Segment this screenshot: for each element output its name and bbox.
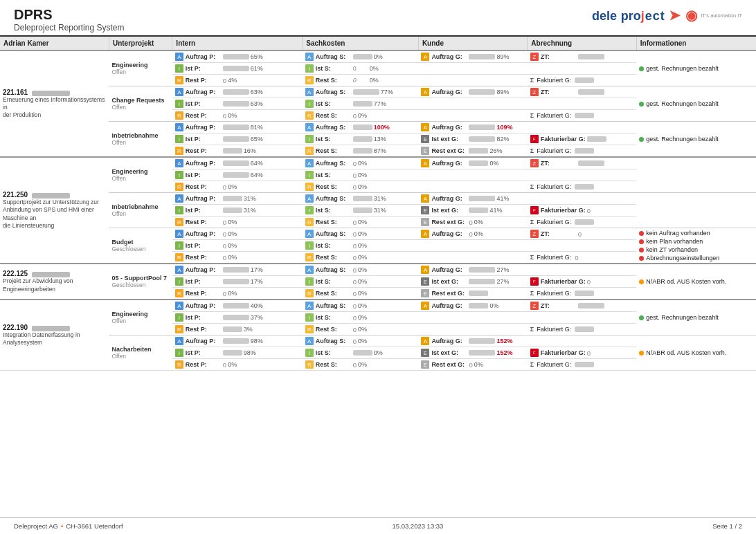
footer-company: Deleproject AG • CH-3661 Uetendorf	[14, 522, 123, 530]
logo: dele project ➤ ◉ IT's automation IT	[592, 7, 742, 24]
auftrag-p-icon: A	[175, 53, 183, 61]
info-inb1: gest. Rechnungen bezahlt	[636, 122, 756, 158]
sigma-icon: Σ	[530, 290, 534, 297]
rest-s-icon: R	[305, 218, 314, 226]
sigma-icon: Σ	[530, 326, 534, 333]
ist-s-icon: I	[305, 206, 314, 214]
rest-s-icon: R	[305, 76, 314, 84]
dot-orange-icon	[639, 279, 644, 284]
sub-engineering-2: Engineering Offen	[109, 157, 172, 193]
auftrag-s-icon: A	[305, 302, 314, 310]
info-cr: gest. Rechnungen bezahlt	[636, 86, 756, 122]
info-222-190-eng: gest. Rechnungen bezahlt	[636, 300, 756, 335]
sub-supportpool: 05 - SupportPool 7 Geschlossen	[109, 264, 172, 300]
info-221-250-eng	[636, 157, 756, 193]
dot-green-icon	[639, 66, 644, 71]
col-header-project: Adrian Kamer	[0, 37, 109, 50]
dot-green-icon	[639, 315, 644, 320]
zt-icon: Z	[530, 230, 539, 238]
col-header-info: Informationen	[636, 37, 756, 50]
auftrag-p-icon: A	[175, 194, 183, 203]
dot-red-icon	[639, 248, 644, 252]
rest-s-icon: R	[305, 325, 314, 333]
rest-p-icon: R	[175, 325, 183, 333]
col-header-sach: Sachkosten	[303, 37, 419, 50]
rest-p-icon: R	[175, 218, 183, 226]
ist-s-icon: I	[305, 241, 314, 250]
ist-p-icon: I	[175, 277, 183, 286]
rest-s-icon: R	[305, 183, 314, 191]
dot-green-icon	[639, 137, 644, 142]
sub-inbetriebnahme-2: Inbetriebnahme Offen	[109, 193, 172, 228]
auftrag-p-icon: A	[175, 302, 183, 310]
info-222-125: N/ABR od. AUS Kosten vorh.	[636, 264, 756, 300]
ist-p-icon: I	[175, 313, 183, 322]
ist-ext-g-icon: E	[421, 277, 429, 286]
ist-ext-g-icon: E	[421, 135, 429, 143]
auftrag-p-icon: A	[175, 230, 183, 238]
rest-s-icon: R	[305, 147, 314, 155]
sub-engineering-3: Engineering Offen	[109, 300, 172, 335]
project-221-250-inb-row1: Inbetriebnahme Offen A Auftrag P: 31% A …	[0, 193, 756, 205]
fakturierbar-g-icon: F	[530, 277, 539, 286]
ist-p-icon: I	[175, 349, 183, 357]
info-eng1: gest. Rechnungen bezahlt	[636, 50, 756, 86]
project-222-190-nach-row1: Nacharbeiten Offen A Auftrag P: 98% A Au…	[0, 335, 756, 347]
project-222-190-cell: 222.190 Integration Datenerfassung in An…	[0, 300, 109, 371]
rest-p-icon: R	[175, 76, 183, 84]
ist-ext-g-icon: E	[421, 206, 429, 214]
project-221-250-budget-row1: Budget Geschlossen A Auftrag P: 0 0% A A…	[0, 228, 756, 240]
auftrag-p-icon: A	[175, 123, 183, 131]
project-221-161-header-row: 221.161 Erneuerung eines Informationssys…	[0, 50, 756, 63]
ist-s-icon: I	[305, 349, 314, 357]
project-222-125-cell: 222.125 Projekt zur Abwicklung von Engin…	[0, 264, 109, 300]
project-222-125-row1: 222.125 Projekt zur Abwicklung von Engin…	[0, 264, 756, 276]
rest-p-icon: R	[175, 111, 183, 120]
ist-p-icon: I	[175, 171, 183, 179]
project-221-161-cell: 221.161 Erneuerung eines Informationssys…	[0, 50, 109, 157]
sub-change-requests: Change Requests Offen	[109, 86, 172, 122]
auftrag-g-icon: A	[421, 230, 429, 238]
sigma-icon: Σ	[530, 112, 534, 119]
info-222-190-nach: N/ABR od. AUS Kosten vorh.	[636, 335, 756, 371]
project-222-190-eng-row1: 222.190 Integration Datenerfassung in An…	[0, 300, 756, 312]
ist-p-icon: I	[175, 241, 183, 250]
zt-icon: Z	[530, 88, 539, 96]
zt-icon: Z	[530, 159, 539, 167]
auftrag-g-icon: A	[421, 194, 429, 203]
rest-ext-g-icon: E	[421, 360, 429, 369]
footer-page: Seite 1 / 2	[712, 522, 742, 530]
logo-tagline: IT's automation IT	[701, 12, 742, 19]
auftrag-g-icon: A	[421, 337, 429, 345]
auftrag-p-icon: A	[175, 159, 183, 167]
ist-s-icon: I	[305, 313, 314, 322]
auftrag-s-icon: A	[305, 53, 314, 61]
fakturierbar-g-icon: F	[530, 206, 539, 214]
project-221-161-inb-row1: Inbetriebnahme Offen A Auftrag P: 81% A …	[0, 122, 756, 134]
rest-p-icon: R	[175, 360, 183, 369]
auftrag-s-icon: A	[305, 159, 314, 167]
footer-date: 15.03.2023 13:33	[392, 522, 443, 530]
ist-p-icon: I	[175, 206, 183, 214]
rest-ext-g-icon: E	[421, 289, 429, 297]
dot-green-icon	[639, 102, 644, 107]
auftrag-g-icon: A	[421, 159, 429, 167]
ist-s-icon: I	[305, 277, 314, 286]
rest-s-icon: R	[305, 253, 314, 261]
ist-ext-g-icon: E	[421, 349, 429, 357]
auftrag-p-icon: A	[175, 88, 183, 96]
rest-p-icon: R	[175, 289, 183, 297]
rest-p-icon: R	[175, 183, 183, 191]
sach-data-eng1-row1: A Auftrag S: 0%	[303, 50, 419, 63]
project-221-250-cell: 221.250 Supportprojekt zur Unterstützung…	[0, 157, 109, 264]
sigma-icon: Σ	[530, 183, 534, 190]
sub-budget: Budget Geschlossen	[109, 228, 172, 264]
auftrag-s-icon: A	[305, 88, 314, 96]
rest-s-icon: R	[305, 360, 314, 369]
ist-s-icon: I	[305, 64, 314, 73]
ist-p-icon: I	[175, 64, 183, 73]
sub-engineering-1: Engineering Offen	[109, 50, 172, 86]
ist-s-icon: I	[305, 135, 314, 143]
zt-icon: Z	[530, 53, 539, 61]
rest-s-icon: R	[305, 111, 314, 120]
